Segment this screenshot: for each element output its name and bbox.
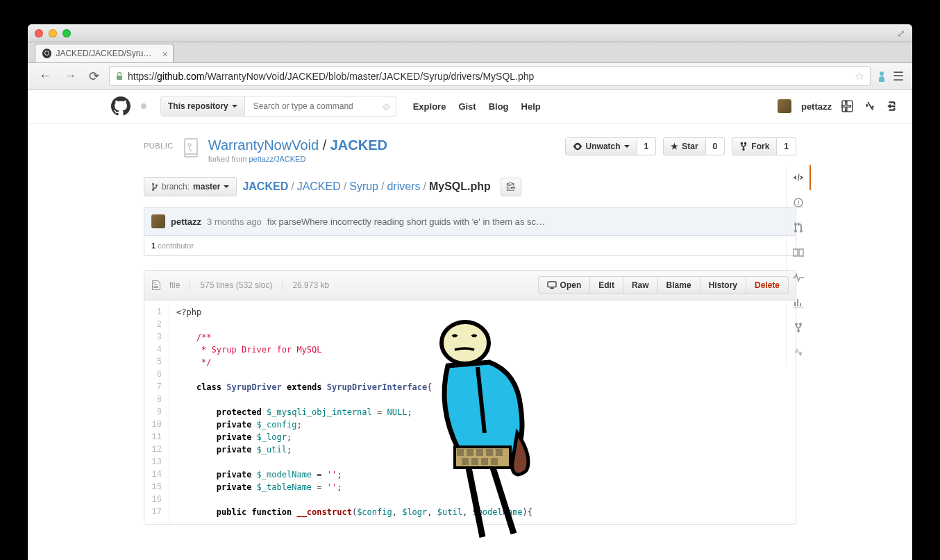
nav-wiki[interactable] bbox=[787, 240, 811, 265]
svg-rect-5 bbox=[548, 282, 556, 287]
user-name[interactable]: pettazz bbox=[801, 101, 832, 112]
nav-blog[interactable]: Blog bbox=[486, 99, 512, 114]
raw-button[interactable]: Raw bbox=[623, 276, 658, 294]
forked-from: forked from pettazz/JACKED bbox=[208, 155, 387, 163]
star-button[interactable]: ★ Star bbox=[663, 137, 705, 155]
commit-time: 3 months ago bbox=[207, 217, 262, 227]
nav-graphs[interactable] bbox=[787, 290, 811, 315]
nav-code[interactable] bbox=[787, 165, 811, 190]
commit-message[interactable]: fix parseWhere incorrectly reading short… bbox=[267, 217, 545, 227]
branch-icon bbox=[151, 183, 158, 192]
history-button[interactable]: History bbox=[700, 276, 746, 294]
caret-down-icon bbox=[232, 105, 237, 108]
window-minimize-icon[interactable] bbox=[49, 29, 57, 37]
delete-button[interactable]: Delete bbox=[746, 276, 789, 294]
open-button[interactable]: Open bbox=[538, 276, 591, 294]
code-icon bbox=[793, 172, 804, 183]
eye-icon bbox=[573, 142, 582, 151]
svg-rect-12 bbox=[476, 449, 483, 456]
fork-count[interactable]: 1 bbox=[777, 137, 796, 155]
repo-owner-link[interactable]: WarrantyNowVoid bbox=[208, 137, 319, 153]
favicon-icon bbox=[42, 49, 51, 58]
svg-rect-18 bbox=[491, 458, 498, 465]
window-close-icon[interactable] bbox=[35, 29, 43, 37]
nav-network[interactable] bbox=[787, 315, 811, 340]
bookmark-star-icon[interactable]: ☆ bbox=[855, 69, 864, 83]
commit-author-avatar[interactable] bbox=[151, 214, 165, 228]
svg-point-1 bbox=[880, 71, 884, 76]
unwatch-button[interactable]: Unwatch bbox=[565, 137, 637, 155]
settings-icon[interactable] bbox=[864, 100, 876, 112]
tab-title: JACKED/JACKED/Syrup/dri bbox=[56, 49, 155, 58]
forked-from-link[interactable]: pettazz/JACKED bbox=[249, 155, 305, 163]
svg-rect-3 bbox=[185, 154, 197, 157]
breadcrumb-link[interactable]: JACKED bbox=[297, 180, 341, 192]
user-avatar[interactable] bbox=[778, 99, 791, 113]
expand-icon[interactable]: ⤢ bbox=[897, 28, 905, 39]
last-commit: pettazz 3 months ago fix parseWhere inco… bbox=[144, 207, 796, 236]
svg-rect-10 bbox=[457, 449, 464, 456]
commit-author-link[interactable]: pettazz bbox=[171, 217, 201, 227]
breadcrumb-link[interactable]: JACKED bbox=[242, 180, 288, 192]
graph-icon bbox=[794, 298, 803, 307]
line-numbers[interactable]: 1234567891011121314151617 bbox=[144, 300, 169, 524]
svg-point-4 bbox=[188, 144, 191, 146]
nav-settings[interactable] bbox=[787, 340, 811, 365]
svg-rect-13 bbox=[486, 449, 493, 456]
svg-rect-14 bbox=[496, 449, 503, 456]
star-icon: ★ bbox=[671, 142, 678, 151]
search-scope-button[interactable]: This repository bbox=[161, 96, 245, 116]
watch-count[interactable]: 1 bbox=[637, 137, 657, 155]
repo-sidebar-nav bbox=[786, 165, 811, 365]
caret-down-icon bbox=[624, 145, 630, 148]
menu-icon[interactable]: ☰ bbox=[893, 69, 904, 84]
window-maximize-icon[interactable] bbox=[62, 29, 71, 37]
profile-icon[interactable] bbox=[878, 71, 886, 82]
breadcrumb-current: MySQL.php bbox=[429, 180, 491, 192]
back-button[interactable]: ← bbox=[36, 67, 54, 85]
site-header: This repository ⊘ Explore Gist Blog Help… bbox=[28, 90, 912, 124]
repo-header: PUBLIC WarrantyNowVoid / JACKED forked f… bbox=[144, 137, 796, 163]
file-icon bbox=[151, 280, 161, 291]
network-icon bbox=[794, 322, 803, 333]
nav-help[interactable]: Help bbox=[519, 99, 544, 114]
signout-icon[interactable] bbox=[886, 100, 898, 112]
desktop-icon bbox=[547, 281, 557, 289]
nav-pulse[interactable] bbox=[787, 265, 811, 290]
pullrequest-icon bbox=[794, 222, 803, 233]
status-indicator-icon[interactable] bbox=[141, 103, 146, 109]
copy-path-button[interactable] bbox=[501, 178, 521, 196]
search-container: This repository ⊘ bbox=[160, 96, 396, 117]
svg-rect-2 bbox=[185, 139, 197, 154]
contributors: 1 contributor bbox=[144, 236, 796, 256]
pulse-icon bbox=[793, 273, 804, 282]
nav-pullrequests[interactable] bbox=[787, 215, 811, 240]
nav-explore[interactable]: Explore bbox=[410, 99, 449, 114]
browser-tab[interactable]: JACKED/JACKED/Syrup/dri × bbox=[35, 44, 174, 62]
browser-toolbar: ← → ⟳ https://github.com/WarrantyNowVoid… bbox=[28, 63, 912, 90]
file-size: 26.973 kb bbox=[292, 280, 329, 290]
nav-issues[interactable] bbox=[787, 190, 811, 215]
command-hint-icon: ⊘ bbox=[377, 101, 396, 112]
reload-button[interactable]: ⟳ bbox=[86, 67, 102, 85]
forward-button[interactable]: → bbox=[61, 67, 79, 85]
repo-name-link[interactable]: JACKED bbox=[330, 137, 387, 153]
fork-button[interactable]: Fork bbox=[732, 137, 777, 155]
breadcrumb-link[interactable]: drivers bbox=[387, 180, 420, 192]
create-icon[interactable] bbox=[841, 100, 854, 112]
blame-button[interactable]: Blame bbox=[658, 276, 700, 294]
search-input[interactable] bbox=[245, 96, 377, 116]
browser-tabstrip: JACKED/JACKED/Syrup/dri × bbox=[28, 42, 912, 63]
address-bar[interactable]: https://github.com/WarrantyNowVoid/JACKE… bbox=[109, 66, 871, 86]
edit-button[interactable]: Edit bbox=[590, 276, 623, 294]
star-count[interactable]: 0 bbox=[706, 137, 725, 155]
nav-gist[interactable]: Gist bbox=[455, 99, 478, 114]
branch-select-button[interactable]: branch: master bbox=[144, 177, 237, 196]
breadcrumb-link[interactable]: Syrup bbox=[349, 180, 378, 192]
book-icon bbox=[793, 248, 804, 257]
cartoon-overlay bbox=[417, 312, 548, 541]
fork-icon bbox=[739, 142, 748, 151]
tab-close-icon[interactable]: × bbox=[162, 49, 168, 60]
svg-rect-17 bbox=[481, 458, 488, 465]
github-logo-icon[interactable] bbox=[111, 96, 131, 116]
